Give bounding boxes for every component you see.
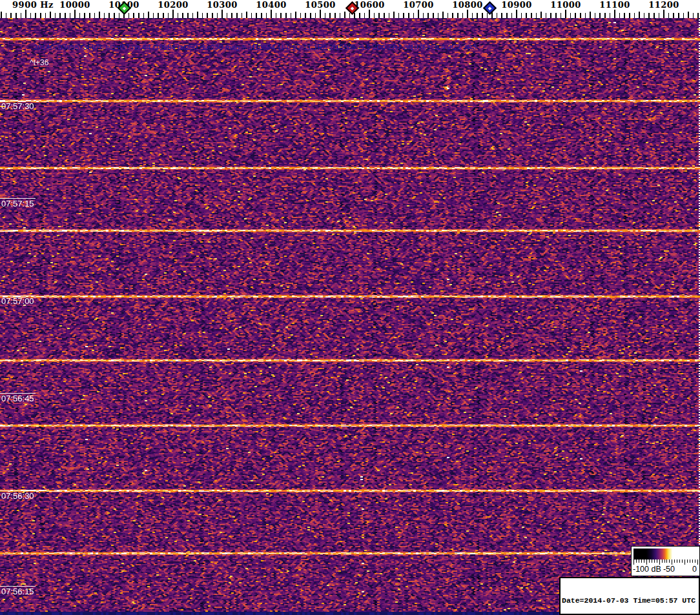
freq-tick bbox=[595, 13, 596, 18]
freq-tick bbox=[610, 13, 611, 18]
freq-tick bbox=[242, 13, 243, 18]
freq-tick bbox=[133, 13, 134, 18]
freq-tick bbox=[482, 13, 483, 18]
freq-tick bbox=[497, 13, 498, 18]
freq-tick bbox=[79, 13, 81, 18]
spectrogram-window: 9900 Hz100001010010200103001040010500106… bbox=[0, 0, 700, 615]
freq-tick bbox=[526, 13, 527, 18]
freq-tick bbox=[163, 13, 164, 18]
freq-tick bbox=[138, 13, 139, 18]
freq-tick bbox=[639, 12, 640, 18]
freq-tick bbox=[182, 13, 183, 18]
freq-tick bbox=[536, 13, 537, 18]
freq-tick bbox=[467, 10, 468, 18]
freq-tick bbox=[442, 12, 444, 18]
freq-axis-label: 10200 bbox=[158, 0, 189, 10]
blue-diamond-marker[interactable] bbox=[483, 1, 497, 15]
freq-axis-label: 10300 bbox=[207, 0, 238, 10]
freq-tick bbox=[369, 10, 370, 18]
freq-tick bbox=[227, 13, 228, 18]
freq-tick bbox=[678, 13, 679, 18]
freq-axis-label: 9900 Hz bbox=[12, 0, 54, 10]
freq-tick bbox=[65, 13, 66, 18]
freq-axis-label: 10800 bbox=[452, 0, 483, 10]
freq-tick bbox=[335, 13, 336, 18]
freq-tick bbox=[688, 12, 689, 18]
freq-tick bbox=[187, 13, 189, 18]
freq-tick bbox=[433, 13, 434, 18]
freq-tick bbox=[521, 13, 522, 18]
freq-tick bbox=[320, 10, 321, 18]
freq-tick bbox=[472, 13, 473, 18]
freq-tick bbox=[550, 13, 551, 18]
freq-tick bbox=[280, 13, 282, 18]
freq-tick bbox=[104, 13, 105, 18]
freq-tick bbox=[697, 13, 699, 18]
freq-tick bbox=[55, 13, 56, 18]
freq-tick bbox=[94, 13, 96, 18]
freq-tick bbox=[325, 13, 326, 18]
freq-tick bbox=[340, 13, 341, 18]
freq-tick bbox=[158, 13, 159, 18]
freq-tick bbox=[354, 13, 355, 18]
freq-tick bbox=[413, 13, 415, 18]
freq-tick bbox=[555, 13, 557, 18]
freq-tick bbox=[168, 13, 169, 18]
freq-tick bbox=[570, 13, 571, 18]
freq-tick bbox=[673, 13, 674, 18]
freq-tick bbox=[531, 13, 532, 18]
colorbar-label-min: -100 dB bbox=[633, 565, 661, 574]
freq-tick bbox=[300, 13, 302, 18]
freq-tick bbox=[344, 12, 345, 18]
colorbar-label-max: 0 bbox=[692, 565, 697, 574]
freq-tick bbox=[619, 13, 621, 18]
freq-tick bbox=[604, 13, 606, 18]
freq-tick bbox=[1, 12, 2, 18]
freq-tick bbox=[148, 12, 149, 18]
freq-tick bbox=[89, 13, 90, 18]
freq-tick bbox=[448, 13, 449, 18]
freq-tick bbox=[315, 13, 316, 18]
spectrogram-canvas[interactable] bbox=[0, 18, 700, 615]
freq-tick bbox=[624, 13, 625, 18]
freq-axis-label: 10900 bbox=[501, 0, 532, 10]
freq-tick bbox=[629, 13, 630, 18]
freq-tick bbox=[276, 13, 277, 18]
freq-tick bbox=[389, 13, 390, 18]
freq-tick bbox=[511, 13, 513, 18]
freq-tick bbox=[565, 10, 566, 18]
freq-tick bbox=[452, 13, 453, 18]
freq-tick bbox=[599, 13, 601, 18]
freq-axis-label: 10000 bbox=[59, 0, 90, 10]
freq-tick bbox=[50, 12, 51, 18]
colorbar-legend: -100 dB -50 0 bbox=[631, 546, 700, 576]
freq-tick bbox=[540, 12, 542, 18]
freq-tick bbox=[590, 12, 591, 18]
freq-tick bbox=[35, 13, 36, 18]
freq-tick bbox=[457, 13, 458, 18]
freq-axis-label: 10700 bbox=[403, 0, 434, 10]
freq-tick bbox=[423, 13, 424, 18]
freq-tick bbox=[644, 13, 645, 18]
freq-tick bbox=[614, 10, 615, 18]
freq-tick bbox=[114, 13, 115, 18]
freq-tick bbox=[84, 13, 85, 18]
freq-tick bbox=[295, 12, 296, 18]
freq-tick bbox=[501, 13, 502, 18]
freq-tick bbox=[359, 13, 360, 18]
freq-tick bbox=[659, 13, 660, 18]
freq-axis-label: 11200 bbox=[648, 0, 679, 10]
freq-tick bbox=[487, 13, 488, 18]
freq-tick bbox=[634, 13, 635, 18]
freq-tick bbox=[408, 13, 409, 18]
freq-tick bbox=[172, 10, 174, 18]
freq-tick bbox=[393, 12, 395, 18]
freq-tick bbox=[207, 13, 208, 18]
freq-tick bbox=[70, 13, 71, 18]
freq-tick bbox=[129, 13, 130, 18]
freq-tick bbox=[305, 13, 306, 18]
freq-tick bbox=[668, 13, 670, 18]
freq-tick bbox=[291, 13, 292, 18]
freq-tick bbox=[693, 13, 694, 18]
freq-tick bbox=[6, 13, 7, 18]
